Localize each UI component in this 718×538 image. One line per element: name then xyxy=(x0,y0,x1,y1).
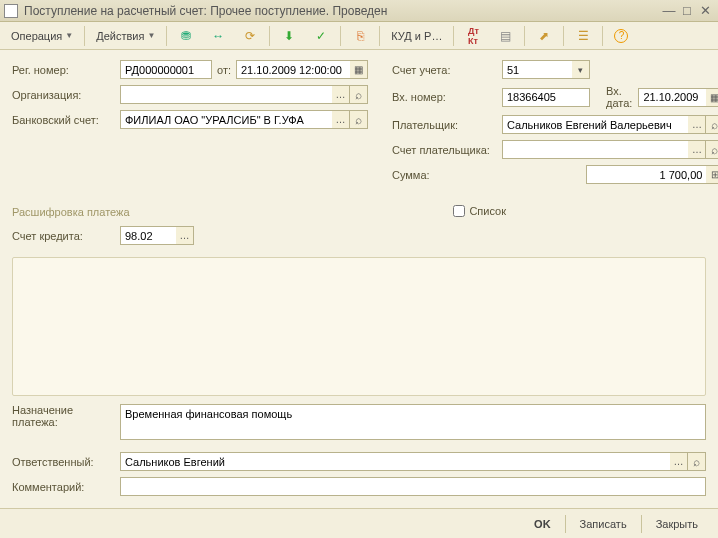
payer-search-button[interactable] xyxy=(706,115,718,134)
kudir-button[interactable]: КУД и Р… xyxy=(384,25,449,47)
operation-menu[interactable]: Операция▼ xyxy=(4,25,80,47)
bank-select-button[interactable] xyxy=(332,110,350,129)
maximize-button[interactable]: □ xyxy=(678,3,696,19)
toolbar-list-icon[interactable]: ☰ xyxy=(568,25,598,47)
acct-dropdown-button[interactable] xyxy=(572,60,590,79)
footer-bar: OK Записать Закрыть xyxy=(0,508,718,538)
in-date-label: Вх. дата: xyxy=(606,85,632,109)
reg-no-input[interactable] xyxy=(120,60,212,79)
org-search-button[interactable] xyxy=(350,85,368,104)
bank-search-button[interactable] xyxy=(350,110,368,129)
left-column: Рег. номер: от: Организация: Банковский … xyxy=(12,60,368,190)
comment-input[interactable] xyxy=(120,477,706,496)
toolbar-tree-icon[interactable]: ⬈ xyxy=(529,25,559,47)
credit-input[interactable] xyxy=(120,226,176,245)
payer-acct-label: Счет плательщика: xyxy=(392,144,502,156)
org-select-button[interactable] xyxy=(332,85,350,104)
toolbar-dtkt-icon[interactable]: ДтКт xyxy=(458,25,488,47)
resp-input[interactable] xyxy=(120,452,670,471)
toolbar-icon-5[interactable]: ✓ xyxy=(306,25,336,47)
in-date-input[interactable] xyxy=(638,88,706,107)
org-input[interactable] xyxy=(120,85,332,104)
purpose-label: Назначениеплатежа: xyxy=(12,404,120,428)
org-label: Организация: xyxy=(12,89,120,101)
window-title: Поступление на расчетный счет: Прочее по… xyxy=(24,4,660,18)
payer-input[interactable] xyxy=(502,115,688,134)
ok-button[interactable]: OK xyxy=(524,515,561,533)
credit-label: Счет кредита: xyxy=(12,230,120,242)
sum-calc-button[interactable] xyxy=(706,165,718,184)
actions-menu[interactable]: Действия▼ xyxy=(89,25,162,47)
list-checkbox[interactable]: Список xyxy=(453,205,506,217)
bank-label: Банковский счет: xyxy=(12,114,120,126)
payer-acct-select-button[interactable] xyxy=(688,140,706,159)
toolbar-icon-3[interactable]: ⟳ xyxy=(235,25,265,47)
payer-acct-search-button[interactable] xyxy=(706,140,718,159)
payer-label: Плательщик: xyxy=(392,119,502,131)
minimize-button[interactable]: — xyxy=(660,3,678,19)
purpose-textarea[interactable]: Временная финансовая помощь xyxy=(120,404,706,440)
list-checkbox-input[interactable] xyxy=(453,205,465,217)
document-icon xyxy=(4,4,18,18)
close-window-button[interactable]: ✕ xyxy=(696,3,714,19)
decode-blank-area xyxy=(12,257,706,396)
right-column: Счет учета: Вх. номер: Вх. дата: Платель… xyxy=(392,60,718,190)
close-button[interactable]: Закрыть xyxy=(646,515,708,533)
window-titlebar: Поступление на расчетный счет: Прочее по… xyxy=(0,0,718,22)
bank-input[interactable] xyxy=(120,110,332,129)
reg-date-calendar-button[interactable] xyxy=(350,60,368,79)
sum-input[interactable] xyxy=(586,165,706,184)
payer-select-button[interactable] xyxy=(688,115,706,134)
resp-select-button[interactable] xyxy=(670,452,688,471)
acct-label: Счет учета: xyxy=(392,64,502,76)
toolbar-doc-icon[interactable]: ▤ xyxy=(490,25,520,47)
toolbar-icon-4[interactable]: ⬇ xyxy=(274,25,304,47)
decode-section-label: Расшифровка платежа xyxy=(12,206,453,218)
comment-label: Комментарий: xyxy=(12,481,120,493)
in-no-input[interactable] xyxy=(502,88,590,107)
from-label: от: xyxy=(217,64,231,76)
reg-no-label: Рег. номер: xyxy=(12,64,120,76)
save-button[interactable]: Записать xyxy=(570,515,637,533)
toolbar-icon-6[interactable]: ⎘ xyxy=(345,25,375,47)
in-no-label: Вх. номер: xyxy=(392,91,502,103)
resp-label: Ответственный: xyxy=(12,456,120,468)
resp-search-button[interactable] xyxy=(688,452,706,471)
credit-select-button[interactable] xyxy=(176,226,194,245)
in-date-calendar-button[interactable] xyxy=(706,88,718,107)
reg-date-input[interactable] xyxy=(236,60,350,79)
acct-input[interactable] xyxy=(502,60,572,79)
payer-acct-input[interactable] xyxy=(502,140,688,159)
help-button[interactable]: ? xyxy=(607,25,635,47)
toolbar-icon-1[interactable]: ⛃ xyxy=(171,25,201,47)
form-body: Рег. номер: от: Организация: Банковский … xyxy=(0,50,718,508)
toolbar: Операция▼ Действия▼ ⛃ ↔ ⟳ ⬇ ✓ ⎘ КУД и Р…… xyxy=(0,22,718,50)
toolbar-icon-2[interactable]: ↔ xyxy=(203,25,233,47)
sum-label: Сумма: xyxy=(392,169,502,181)
